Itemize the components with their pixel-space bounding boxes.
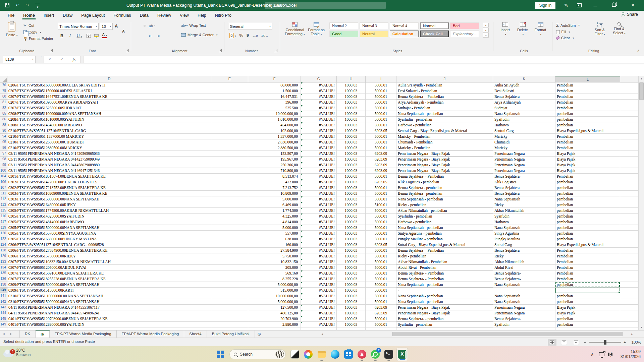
cell-L134[interactable]: Pembelian — [555, 265, 620, 270]
cell-E136[interactable] — [211, 276, 248, 282]
cell-D80[interactable]: 0207/FTSCY/WS9505116447531.00BENUA SEJAH… — [7, 94, 211, 100]
font-color-icon[interactable]: A — [102, 33, 107, 38]
cell-J141[interactable]: Nana Septiansah - pembelian — [396, 293, 493, 299]
cell-L104[interactable]: Pembelian — [555, 174, 620, 179]
cell-H115[interactable]: 1000.03 — [337, 208, 366, 214]
row-header-136[interactable]: 136 — [0, 276, 7, 282]
cell-K107[interactable]: Benua Sejahtera — [493, 185, 555, 191]
cell-F134[interactable]: 205.000 — [248, 265, 301, 270]
scroll-right-icon[interactable]: ► — [629, 333, 635, 335]
cell-M100[interactable] — [620, 168, 638, 174]
cell-L94[interactable]: Pembelian — [555, 134, 620, 139]
cell-M79[interactable] — [620, 88, 638, 94]
cell-G104[interactable]: #VALUE! — [301, 174, 337, 179]
cell-I85[interactable]: 5000.01 — [366, 111, 396, 117]
cell-F111[interactable]: 10.809.000 — [248, 191, 301, 196]
save-icon[interactable] — [5, 3, 10, 8]
cell-J104[interactable]: Benua Sejahtera- - Pembelian — [396, 174, 493, 179]
gallery-expand-icon[interactable]: ≡ — [483, 33, 489, 38]
row-header-82[interactable]: 82 — [0, 105, 7, 111]
cell-F129[interactable]: 5.750.000 — [248, 253, 301, 259]
cell-H135[interactable]: 1000.03 — [337, 270, 366, 276]
cell-H80[interactable]: 1000.03 — [337, 94, 366, 100]
taskbar-copilot-button[interactable] — [303, 348, 314, 361]
cell-J100[interactable]: Penerimaan Negara - Biaya Pajak — [396, 168, 493, 174]
row-header-81[interactable]: 81 — [0, 100, 7, 105]
cell-L136[interactable]: Pembelian — [555, 276, 620, 282]
cell-M81[interactable] — [620, 100, 638, 105]
cell-F148[interactable]: 20.703.900 — [248, 316, 301, 322]
taskbar-store-button[interactable] — [343, 348, 354, 361]
scroll-up-icon[interactable]: ▲ — [639, 76, 644, 81]
cell-I97[interactable]: 6203.09 — [366, 151, 396, 157]
cell-I120[interactable]: 5000.01 — [366, 231, 396, 236]
cell-K80[interactable]: Benua Sejahtera- — [493, 94, 555, 100]
cell-G100[interactable]: #VALUE! — [301, 168, 337, 174]
bottom-align-icon[interactable] — [144, 25, 146, 27]
delete-cells-button[interactable]: Delete — [515, 22, 531, 36]
cell-I144[interactable]: 6203.09 — [366, 310, 396, 316]
cell-J136[interactable]: Benua Sejahtera- - Pembelian — [396, 276, 493, 282]
cell-E97[interactable] — [211, 151, 248, 157]
cell-L111[interactable]: pembelian — [555, 191, 620, 196]
cell-G116[interactable]: #VALUE! — [301, 214, 337, 219]
cell-K141[interactable]: Nana Septiansah — [493, 293, 555, 299]
cell-K104[interactable]: Benua Sejahtera- — [493, 174, 555, 179]
cell-D144[interactable]: 04/11 95051PENERIMAAN NEGARA 04145574909… — [7, 310, 211, 316]
cell-H106[interactable]: 1000.03 — [337, 179, 366, 185]
fill-color-icon[interactable] — [94, 34, 99, 37]
cell-M99[interactable] — [620, 162, 638, 168]
cell-H99[interactable]: 1000.03 — [337, 162, 366, 168]
cell-H120[interactable]: 1000.03 — [337, 231, 366, 236]
cell-H122[interactable]: 1000.03 — [337, 236, 366, 242]
cell-J128[interactable]: Benua Sejahtera- - Pembelian — [396, 248, 493, 253]
cell-D81[interactable]: 0207/FTSCY/WS95051396000.00ARYA ARDIANSY… — [7, 100, 211, 105]
cell-K116[interactable]: Syaifudin — [493, 214, 555, 219]
cell-J94[interactable]: Maricky - Pembelian — [396, 134, 493, 139]
cell-F119[interactable]: 5.000.000 — [248, 225, 301, 231]
cell-F98[interactable]: 195.967,00 — [248, 157, 301, 162]
cell-J148[interactable]: Benua Sejahtera- - pembelian — [396, 316, 493, 322]
cell-F143[interactable]: 127.500,00 — [248, 305, 301, 310]
cell-F122[interactable]: 638.000 — [248, 236, 301, 242]
cell-M139[interactable] — [620, 288, 638, 293]
cell-E138[interactable] — [211, 282, 248, 288]
cell-G113[interactable]: #VALUE! — [301, 202, 337, 208]
cell-F106[interactable]: 472.000 — [248, 179, 301, 185]
cell-F104[interactable]: 8.513.074 — [248, 174, 301, 179]
cell-J149[interactable]: Syaifudin - pembelian — [396, 322, 493, 327]
share-button[interactable]: Share — [622, 12, 638, 17]
cell-E113[interactable] — [211, 202, 248, 208]
cell-E134[interactable] — [211, 265, 248, 270]
cell-L142[interactable]: pembelian — [555, 299, 620, 305]
cell-G111[interactable]: #VALUE! — [301, 191, 337, 196]
row-header-120[interactable]: 120 — [0, 231, 7, 236]
cell-K119[interactable]: Nana Septiansah — [493, 225, 555, 231]
cell-F120[interactable]: 557.000 — [248, 231, 301, 236]
clear-button[interactable]: Clear — [556, 36, 580, 40]
cell-G136[interactable]: #VALUE! — [301, 276, 337, 282]
scroll-down-icon[interactable]: ▼ — [639, 324, 644, 330]
cell-F144[interactable]: 480.125,00 — [248, 310, 301, 316]
cell-E90[interactable] — [211, 128, 248, 134]
cell-J82[interactable]: Sudrajat - Pembelian — [396, 105, 493, 111]
cell-L144[interactable]: Biaya Pajak — [555, 310, 620, 316]
cell-L90[interactable]: Biaya Expedisi,pos & Materai — [555, 128, 620, 134]
cell-M142[interactable] — [620, 299, 638, 305]
cell-F81[interactable]: 396.000 — [248, 100, 301, 105]
cell-E139[interactable] — [211, 288, 248, 293]
cut-button[interactable]: Cut — [23, 23, 53, 28]
cell-F88[interactable]: 454.000,00 — [248, 122, 301, 128]
row-header-148[interactable]: 148 — [0, 316, 7, 322]
cell-L128[interactable]: Pembelian — [555, 248, 620, 253]
cell-M96[interactable] — [620, 145, 638, 151]
cell-F138[interactable]: 5.000.000,00 — [248, 282, 301, 288]
cell-K115[interactable]: Akbar Nikmatullah — [493, 208, 555, 214]
pen-icon[interactable] — [564, 2, 568, 8]
cell-G82[interactable]: #VALUE! — [301, 105, 337, 111]
column-header-L[interactable]: L — [555, 76, 620, 82]
cell-E104[interactable] — [211, 174, 248, 179]
merge-center-button[interactable]: Merge & Center — [181, 33, 217, 37]
cell-K142[interactable]: Nana Septiansah — [493, 299, 555, 305]
cell-F142[interactable]: 5.000.000,00 — [248, 299, 301, 305]
